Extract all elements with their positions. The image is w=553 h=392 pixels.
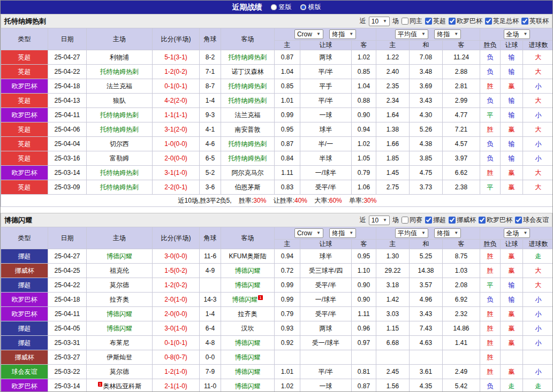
home-team-link[interactable]: 托特纳姆热刺 — [87, 65, 153, 79]
avg-home-odds: 1.38 — [376, 122, 410, 137]
away-team-link[interactable]: 诺丁汉森林 — [221, 65, 275, 79]
odds-source-select[interactable]: Crow▼ — [294, 228, 323, 238]
match-score-link[interactable]: 2-2(0-1) — [153, 180, 200, 195]
final-odds-select-2[interactable]: 终指▼ — [434, 29, 461, 39]
away-team-link[interactable]: 博德闪耀 — [221, 264, 275, 278]
match-score-link[interactable]: 1-2(1-0) — [153, 365, 200, 379]
home-team-link[interactable]: 托特纳姆热刺 — [87, 180, 153, 195]
away-team-link[interactable]: 托特纳姆热刺 — [221, 79, 275, 94]
home-team-link[interactable]: 托特纳姆热刺 — [87, 108, 153, 122]
home-team-link[interactable]: 博德闪耀 — [87, 307, 153, 321]
match-score-link[interactable]: 3-0(1-0) — [153, 321, 200, 336]
away-team-link[interactable]: 法兰克福 — [221, 108, 275, 122]
odds-source-select[interactable]: Crow▼ — [294, 29, 323, 39]
match-score-link[interactable]: 1-2(0-2) — [153, 65, 200, 79]
match-score-link[interactable]: 4-2(2-0) — [153, 94, 200, 108]
league-checkbox-0[interactable]: 挪超 — [425, 216, 446, 225]
away-team-link[interactable]: 托特纳姆热刺 — [221, 50, 275, 65]
home-team-link[interactable]: 伊斯灿登 — [87, 350, 153, 365]
home-team-link[interactable]: 切尔西 — [87, 137, 153, 151]
team-name[interactable]: 托特纳姆热刺 — [4, 17, 46, 26]
match-score-link[interactable]: 2-0(0-0) — [153, 307, 200, 321]
home-team-link[interactable]: 布莱尼 — [87, 336, 153, 350]
radio-vertical-layout[interactable]: 竖版 — [271, 3, 292, 12]
away-team-link[interactable]: 托特纳姆热刺 — [221, 137, 275, 151]
match-score-link[interactable]: 2-0(1-0) — [153, 293, 200, 307]
home-odds: 0.99 — [275, 278, 300, 293]
result-handicap: 赢 — [501, 365, 523, 379]
away-team-link[interactable]: 阿尔克马尔 — [221, 166, 275, 180]
away-team-link[interactable]: 博德闪耀 — [221, 365, 275, 379]
match-score-link[interactable]: 1-1(1-1) — [153, 108, 200, 122]
match-score-link[interactable]: 2-0(0-0) — [153, 151, 200, 166]
home-team-link[interactable]: 拉齐奥 — [87, 293, 153, 307]
match-score-link[interactable]: 0-1(0-1) — [153, 336, 200, 350]
avg-draw-odds: 3.48 — [410, 65, 443, 79]
league-checkbox-3[interactable]: 球会友谊 — [515, 216, 549, 225]
home-team-link[interactable]: 博德闪耀 — [87, 249, 153, 264]
league-checkbox-1[interactable]: 挪威杯 — [449, 216, 476, 225]
match-score-link[interactable]: 3-0(0-0) — [153, 249, 200, 264]
away-team-link[interactable]: 托特纳姆热刺 — [221, 94, 275, 108]
league-checkbox-1[interactable]: 欧罗巴杯 — [449, 17, 482, 26]
home-team-link[interactable]: 托特纳姆热刺 — [87, 166, 153, 180]
away-team-link[interactable]: 汉坎 — [221, 321, 275, 336]
home-team-link[interactable]: 博德闪耀 — [87, 321, 153, 336]
fullmatch-select[interactable]: 全场▼ — [504, 228, 531, 238]
match-score-link[interactable]: 3-1(2-0) — [153, 122, 200, 137]
home-team-link[interactable]: 富勒姆 — [87, 151, 153, 166]
avg-draw-odds: 3.43 — [410, 307, 443, 321]
average-select[interactable]: 平均值▼ — [395, 228, 428, 238]
league-checkbox-0[interactable]: 英超 — [425, 17, 446, 26]
match-score-link[interactable]: 0-8(0-7) — [153, 350, 200, 365]
away-team-link[interactable]: 拉齐奥 — [221, 307, 275, 321]
match-score-link[interactable]: 1-5(0-2) — [153, 264, 200, 278]
home-team-link[interactable]: 祖克伦 — [87, 264, 153, 278]
same-competition-checkbox[interactable]: 同赛 — [402, 216, 422, 225]
match-score-link[interactable]: 1-0(0-0) — [153, 137, 200, 151]
home-team-link[interactable]: 利物浦 — [87, 50, 153, 65]
away-team-link[interactable]: 博德闪耀 — [221, 350, 275, 365]
handicap-line: 受平/半 — [300, 180, 352, 195]
league-badge: 欧罗巴杯 — [1, 108, 48, 122]
col-score: 比分(半场) — [153, 28, 200, 50]
match-score-link[interactable]: 1-2(0-2) — [153, 278, 200, 293]
match-score-link[interactable]: 0-1(0-1) — [153, 79, 200, 94]
final-odds-select[interactable]: 终指▼ — [329, 228, 356, 238]
home-team-link[interactable]: 狼队 — [87, 94, 153, 108]
home-team-link[interactable]: 莫尔德 — [87, 365, 153, 379]
team-name[interactable]: 博德闪耀 — [4, 216, 32, 225]
away-team-link[interactable]: 博德闪耀 — [221, 278, 275, 293]
league-badge: 挪威杯 — [1, 350, 48, 365]
table-row: 英超 25-04-27 利物浦 5-1(3-1) 8-2 托特纳姆热刺 0.87… — [1, 50, 553, 65]
match-count-select[interactable]: 10▼ — [369, 216, 390, 225]
league-checkbox-3[interactable]: 英联杯 — [521, 17, 549, 26]
away-odds: 1.06 — [352, 180, 376, 195]
radio-horizontal-layout[interactable]: 横版 — [300, 3, 321, 12]
fullmatch-select[interactable]: 全场▼ — [504, 29, 531, 39]
away-team-link[interactable]: 伯恩茅斯 — [221, 180, 275, 195]
average-select[interactable]: 平均值▼ — [395, 29, 428, 39]
same-home-checkbox[interactable]: 同主 — [402, 17, 422, 26]
home-team-link[interactable]: 莫尔德 — [87, 278, 153, 293]
league-checkbox-2[interactable]: 欧罗巴杯 — [479, 216, 512, 225]
away-team-link[interactable]: 南安普敦 — [221, 122, 275, 137]
match-count-select[interactable]: 10▼ — [369, 17, 390, 26]
away-team-link[interactable]: 托特纳姆热刺 — [221, 151, 275, 166]
match-score-link[interactable]: 5-1(3-1) — [153, 50, 200, 65]
match-date: 25-03-22 — [48, 365, 87, 379]
away-team-link[interactable]: 博德闪耀 — [221, 336, 275, 350]
home-team-link[interactable]: 法兰克福 — [87, 79, 153, 94]
chevron-down-icon: ▼ — [316, 229, 321, 237]
final-odds-select-2[interactable]: 终指▼ — [434, 228, 461, 238]
away-team-link[interactable]: KFUM奥斯陆 — [221, 249, 275, 264]
home-team-link[interactable]: 托特纳姆热刺 — [87, 122, 153, 137]
match-score-link[interactable]: 2-1(1-0) — [153, 379, 200, 392]
league-checkbox-2[interactable]: 英足总杯 — [485, 17, 519, 26]
away-team-link[interactable]: 博德闪耀1 — [221, 293, 275, 307]
result-outcome: 负 — [480, 65, 501, 79]
home-team-link[interactable]: 1奥林匹亚科斯 — [87, 379, 153, 392]
away-team-link[interactable]: 博德闪耀 — [221, 379, 275, 392]
match-score-link[interactable]: 3-1(1-0) — [153, 166, 200, 180]
final-odds-select[interactable]: 终指▼ — [329, 29, 356, 39]
